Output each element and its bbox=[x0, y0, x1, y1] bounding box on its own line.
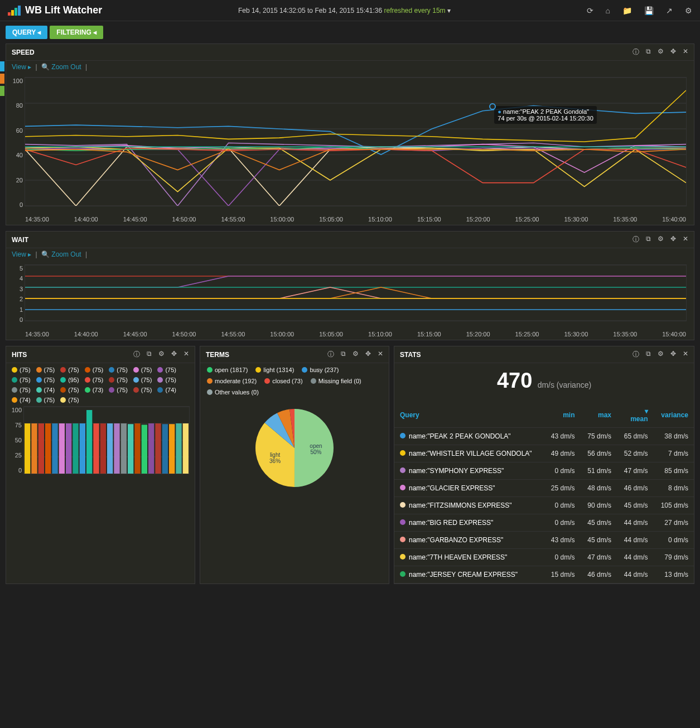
refresh-icon[interactable]: ⟳ bbox=[587, 6, 593, 15]
hits-legend-item[interactable]: (75) bbox=[109, 387, 128, 393]
terms-legend-item[interactable]: busy (237) bbox=[302, 367, 339, 373]
hits-legend-item[interactable]: (75) bbox=[60, 387, 79, 393]
copy-icon[interactable]: ⧉ bbox=[646, 350, 651, 359]
app-logo-icon bbox=[8, 6, 21, 16]
gear-icon[interactable]: ⚙ bbox=[658, 350, 664, 359]
tab-query[interactable]: QUERY ◂ bbox=[6, 26, 47, 39]
hits-legend-item[interactable]: (75) bbox=[157, 377, 176, 383]
svg-rect-37 bbox=[162, 424, 168, 474]
legend-dot-icon bbox=[157, 367, 163, 373]
move-icon[interactable]: ✥ bbox=[670, 235, 676, 244]
gear-icon[interactable]: ⚙ bbox=[658, 235, 664, 244]
hits-legend-item[interactable]: (75) bbox=[85, 377, 104, 383]
table-row[interactable]: name:"BIG RED EXPRESS"0 dm/s45 dm/s44 dm… bbox=[394, 514, 694, 532]
hits-legend-item[interactable]: (75) bbox=[60, 367, 79, 373]
terms-legend-item[interactable]: open (1817) bbox=[207, 367, 248, 373]
move-icon[interactable]: ✥ bbox=[365, 350, 371, 359]
gear-icon[interactable]: ⚙ bbox=[658, 47, 664, 57]
zoom-out-link[interactable]: 🔍 Zoom Out bbox=[41, 63, 81, 71]
hits-legend-item[interactable]: (75) bbox=[109, 367, 128, 373]
legend-dot-icon bbox=[12, 397, 17, 403]
hits-legend-item[interactable]: (74) bbox=[12, 397, 31, 403]
hits-legend-item[interactable]: (73) bbox=[85, 387, 104, 393]
share-icon[interactable]: ↗ bbox=[666, 6, 673, 15]
hits-legend-item[interactable]: (75) bbox=[12, 377, 31, 383]
hits-legend-item[interactable]: (75) bbox=[36, 367, 55, 373]
time-range[interactable]: Feb 14, 2015 14:32:05 to Feb 14, 2015 15… bbox=[102, 7, 586, 15]
hits-legend-item[interactable]: (74) bbox=[36, 387, 55, 393]
wait-plot[interactable] bbox=[25, 265, 686, 321]
col-min[interactable]: min bbox=[544, 403, 580, 428]
folder-open-icon[interactable]: 📁 bbox=[622, 6, 632, 15]
gear-icon[interactable]: ⚙ bbox=[685, 6, 692, 15]
svg-rect-27 bbox=[93, 423, 99, 474]
info-icon[interactable]: ⓘ bbox=[633, 235, 639, 244]
panel-stats: STATS ⓘ ⧉ ⚙ ✥ ✕ 470 dm/s (variance) Quer… bbox=[394, 346, 694, 584]
save-icon[interactable]: 💾 bbox=[644, 6, 654, 15]
table-row[interactable]: name:"FITZSIMMONS EXPRESS"0 dm/s90 dm/s4… bbox=[394, 497, 694, 514]
hits-legend-item[interactable]: (75) bbox=[12, 367, 31, 373]
col-query[interactable]: Query bbox=[394, 403, 544, 428]
col-mean[interactable]: ▾mean bbox=[617, 403, 653, 428]
hits-legend-item[interactable]: (75) bbox=[133, 387, 152, 393]
hits-legend-item[interactable]: (74) bbox=[157, 387, 176, 393]
table-row[interactable]: name:"7TH HEAVEN EXPRESS"0 dm/s47 dm/s44… bbox=[394, 549, 694, 566]
hits-legend-item[interactable]: (75) bbox=[157, 367, 176, 373]
terms-legend-item[interactable]: closed (73) bbox=[264, 378, 302, 384]
terms-legend-item[interactable]: light (1314) bbox=[255, 367, 294, 373]
table-row[interactable]: name:"GARBANZO EXPRESS"43 dm/s45 dm/s44 … bbox=[394, 532, 694, 549]
terms-legend-item[interactable]: Other values (0) bbox=[207, 389, 259, 396]
home-icon[interactable]: ⌂ bbox=[606, 6, 610, 15]
zoom-out-link[interactable]: 🔍 Zoom Out bbox=[41, 250, 81, 258]
close-icon[interactable]: ✕ bbox=[184, 350, 189, 359]
series-dot-icon bbox=[400, 467, 405, 473]
hits-legend: (75)(75)(75)(75)(75)(75)(75)(75)(75)(95)… bbox=[6, 363, 195, 404]
copy-icon[interactable]: ⧉ bbox=[341, 350, 346, 359]
info-icon[interactable]: ⓘ bbox=[633, 350, 639, 359]
col-variance[interactable]: variance bbox=[654, 403, 694, 428]
hits-legend-item[interactable]: (95) bbox=[60, 377, 79, 383]
info-icon[interactable]: ⓘ bbox=[633, 47, 639, 57]
hits-legend-item[interactable]: (75) bbox=[36, 377, 55, 383]
info-icon[interactable]: ⓘ bbox=[327, 350, 334, 359]
terms-pie[interactable]: open50%light36% bbox=[250, 403, 339, 493]
copy-icon[interactable]: ⧉ bbox=[646, 235, 651, 244]
copy-icon[interactable]: ⧉ bbox=[646, 47, 651, 57]
hits-legend-item[interactable]: (75) bbox=[133, 367, 152, 373]
terms-legend-item[interactable]: moderate (192) bbox=[207, 378, 257, 384]
close-icon[interactable]: ✕ bbox=[378, 350, 383, 359]
svg-rect-19 bbox=[38, 423, 44, 474]
gear-icon[interactable]: ⚙ bbox=[158, 350, 165, 359]
move-icon[interactable]: ✥ bbox=[171, 350, 177, 359]
close-icon[interactable]: ✕ bbox=[683, 47, 688, 57]
hits-legend-item[interactable]: (75) bbox=[36, 397, 55, 403]
view-link[interactable]: View ▸ bbox=[12, 250, 31, 258]
gear-icon[interactable]: ⚙ bbox=[353, 350, 359, 359]
hits-legend-item[interactable]: (75) bbox=[109, 377, 128, 383]
move-icon[interactable]: ✥ bbox=[670, 47, 676, 57]
hits-legend-item[interactable]: (75) bbox=[133, 377, 152, 383]
tab-filtering[interactable]: FILTERING ◂ bbox=[50, 26, 103, 39]
table-row[interactable]: name:"JERSEY CREAM EXPRESS"15 dm/s46 dm/… bbox=[394, 566, 694, 584]
table-row[interactable]: name:"WHISTLER VILLAGE GONDOLA"49 dm/s56… bbox=[394, 445, 694, 462]
hits-plot[interactable] bbox=[24, 407, 189, 474]
stats-unit: dm/s (variance) bbox=[538, 380, 591, 389]
move-icon[interactable]: ✥ bbox=[670, 350, 676, 359]
close-icon[interactable]: ✕ bbox=[683, 235, 688, 244]
table-row[interactable]: name:"GLACIER EXPRESS"25 dm/s48 dm/s46 d… bbox=[394, 480, 694, 497]
terms-legend-item[interactable]: Missing field (0) bbox=[311, 378, 361, 384]
view-link[interactable]: View ▸ bbox=[12, 63, 31, 71]
table-row[interactable]: name:"PEAK 2 PEAK GONDOLA"43 dm/s75 dm/s… bbox=[394, 428, 694, 445]
svg-text:light36%: light36% bbox=[269, 452, 281, 464]
series-dot-icon bbox=[400, 433, 405, 438]
hits-legend-item[interactable]: (75) bbox=[85, 367, 104, 373]
close-icon[interactable]: ✕ bbox=[683, 350, 688, 359]
series-dot-icon bbox=[400, 519, 405, 525]
copy-icon[interactable]: ⧉ bbox=[147, 350, 152, 359]
col-max[interactable]: max bbox=[581, 403, 617, 428]
hits-legend-item[interactable]: (75) bbox=[60, 397, 79, 403]
hits-legend-item[interactable]: (75) bbox=[12, 387, 31, 393]
speed-plot[interactable]: ● name:"PEAK 2 PEAK Gondola"74 per 30s @… bbox=[25, 78, 686, 206]
table-row[interactable]: name:"SYMPHONY EXPRESS"0 dm/s51 dm/s47 d… bbox=[394, 462, 694, 480]
info-icon[interactable]: ⓘ bbox=[133, 350, 140, 359]
